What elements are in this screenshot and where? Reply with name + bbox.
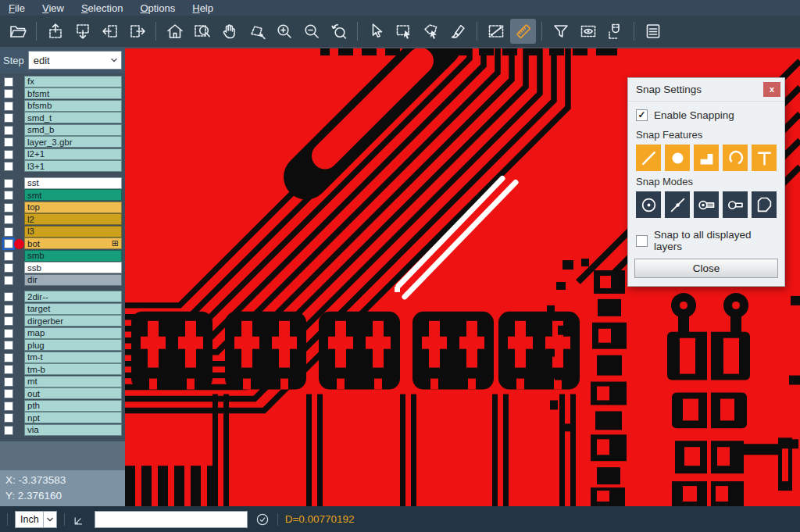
layer-visibility-checkbox[interactable] xyxy=(4,227,13,237)
zoom-window-button[interactable] xyxy=(189,19,215,44)
feat-surface-button[interactable] xyxy=(694,145,719,171)
circle-check-icon[interactable] xyxy=(255,512,270,527)
select-poly-button[interactable] xyxy=(418,19,444,44)
layer-row-out[interactable]: out xyxy=(0,388,125,401)
view-box-button[interactable] xyxy=(575,19,601,44)
layer-row-l2+1[interactable]: l2+1 xyxy=(0,148,125,161)
layer-row-smd_t[interactable]: smd_t xyxy=(0,112,125,125)
layer-row-sst[interactable]: sst xyxy=(0,177,125,190)
zoom-object-button[interactable] xyxy=(244,19,270,44)
layer-row-ssb[interactable]: ssb xyxy=(0,262,125,275)
layer-row-layer_3.gbr[interactable]: layer_3.gbr xyxy=(0,137,125,149)
pan-up-button[interactable] xyxy=(42,19,68,44)
feat-circle-button[interactable] xyxy=(665,145,690,171)
pan-right-button[interactable] xyxy=(124,19,150,44)
menu-item-options[interactable]: Options xyxy=(131,2,184,15)
layer-visibility-checkbox[interactable] xyxy=(4,402,13,411)
layer-row-pth[interactable]: pth xyxy=(0,400,125,412)
chevron-down-icon[interactable] xyxy=(107,52,121,69)
layer-visibility-checkbox[interactable] xyxy=(4,113,13,123)
chevron-down-icon[interactable] xyxy=(43,512,56,527)
layer-row-map[interactable]: map xyxy=(0,327,125,340)
layer-visibility-checkbox[interactable] xyxy=(4,191,13,200)
layer-row-tm-t[interactable]: tm-t xyxy=(0,352,125,364)
layer-row-plug[interactable]: plug xyxy=(0,340,125,352)
layer-visibility-checkbox[interactable] xyxy=(4,305,13,314)
all-layers-checkbox[interactable] xyxy=(636,235,648,247)
pan-left-button[interactable] xyxy=(97,19,123,44)
layer-row-l3+1[interactable]: l3+1 xyxy=(0,161,125,173)
layer-row-smd_b[interactable]: smd_b xyxy=(0,124,125,137)
mode-contour-button[interactable] xyxy=(752,191,777,218)
layer-visibility-checkbox[interactable] xyxy=(4,150,13,159)
dialog-title-bar[interactable]: Snap Settings x xyxy=(628,78,784,102)
pan-hand-button[interactable] xyxy=(216,19,242,44)
enable-snapping-checkbox[interactable] xyxy=(636,109,648,121)
layer-row-tm-b[interactable]: tm-b xyxy=(0,364,125,377)
layer-visibility-checkbox[interactable] xyxy=(4,426,13,435)
layer-visibility-checkbox[interactable] xyxy=(4,276,13,285)
layer-visibility-checkbox[interactable] xyxy=(4,365,13,374)
layer-row-fx[interactable]: fx xyxy=(0,76,125,88)
layer-row-dirgerber[interactable]: dirgerber xyxy=(0,316,125,328)
home-button[interactable] xyxy=(162,19,188,44)
layer-row-npt[interactable]: npt xyxy=(0,412,125,425)
ruler-button[interactable] xyxy=(510,19,536,44)
layer-row-smt[interactable]: smt xyxy=(0,190,125,202)
mode-midpoint-button[interactable] xyxy=(665,191,690,218)
layer-row-bot[interactable]: bot⊞ xyxy=(0,238,125,251)
step-select[interactable]: edit xyxy=(28,51,122,70)
mode-pad-outline-button[interactable] xyxy=(723,191,748,218)
feat-line-button[interactable] xyxy=(636,145,661,171)
open-folder-button[interactable] xyxy=(5,19,30,44)
form-button[interactable] xyxy=(640,19,666,44)
layer-visibility-checkbox[interactable] xyxy=(4,203,13,212)
layer-row-bfsmb[interactable]: bfsmb xyxy=(0,100,125,112)
layer-row-target[interactable]: target xyxy=(0,303,125,316)
brush-button[interactable] xyxy=(445,19,471,44)
zoom-out-button[interactable] xyxy=(298,19,324,44)
layer-visibility-checkbox[interactable] xyxy=(4,162,13,171)
layer-visibility-checkbox[interactable] xyxy=(4,77,13,87)
layer-visibility-checkbox[interactable] xyxy=(4,239,13,248)
unit-select[interactable]: Inch xyxy=(15,511,57,528)
zoom-in-button[interactable] xyxy=(271,19,297,44)
menu-item-selection[interactable]: Selection xyxy=(73,2,131,15)
feat-arc-button[interactable] xyxy=(723,145,748,171)
layer-visibility-checkbox[interactable] xyxy=(4,126,13,135)
enable-snapping-row[interactable]: Enable Snapping xyxy=(628,109,784,121)
menu-item-view[interactable]: View xyxy=(34,2,73,15)
layer-visibility-checkbox[interactable] xyxy=(4,413,13,423)
layer-visibility-checkbox[interactable] xyxy=(4,89,13,98)
mode-center-button[interactable] xyxy=(636,191,661,218)
layer-visibility-checkbox[interactable] xyxy=(4,341,13,350)
layer-visibility-checkbox[interactable] xyxy=(4,263,13,273)
zoom-previous-button[interactable] xyxy=(326,19,352,44)
measure-line-button[interactable] xyxy=(483,19,509,44)
all-layers-row[interactable]: Snap to all displayed layers xyxy=(628,229,784,252)
layer-visibility-checkbox[interactable] xyxy=(4,292,13,302)
layer-row-via[interactable]: via xyxy=(0,424,125,437)
layer-row-mt[interactable]: mt xyxy=(0,376,125,388)
layer-visibility-checkbox[interactable] xyxy=(4,316,13,326)
layer-visibility-checkbox[interactable] xyxy=(4,215,13,224)
select-arrow-button[interactable] xyxy=(363,19,389,44)
layer-visibility-checkbox[interactable] xyxy=(4,102,13,111)
command-input[interactable] xyxy=(95,511,248,528)
layer-row-l3[interactable]: l3 xyxy=(0,226,125,238)
menu-item-file[interactable]: File xyxy=(0,2,34,15)
dialog-close-button[interactable]: x xyxy=(763,82,780,97)
layer-row-dir[interactable]: dir xyxy=(0,274,125,287)
layer-visibility-checkbox[interactable] xyxy=(4,377,13,387)
layer-visibility-checkbox[interactable] xyxy=(4,179,13,188)
filter-button[interactable] xyxy=(548,19,573,44)
snap-button[interactable] xyxy=(602,19,628,44)
angle-icon[interactable] xyxy=(72,512,88,527)
layer-row-l2[interactable]: l2 xyxy=(0,214,125,227)
layer-row-top[interactable]: top xyxy=(0,202,125,214)
layer-row-smb[interactable]: smb xyxy=(0,250,125,262)
menu-item-help[interactable]: Help xyxy=(184,2,222,15)
layer-visibility-checkbox[interactable] xyxy=(4,252,13,261)
feat-text-button[interactable] xyxy=(752,145,777,171)
select-rect-button[interactable] xyxy=(391,19,416,44)
